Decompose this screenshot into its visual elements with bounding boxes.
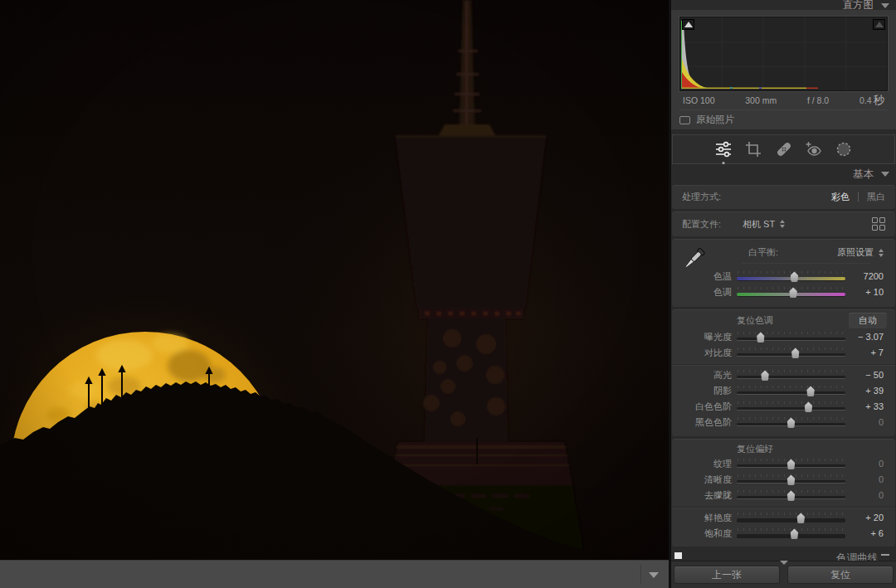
crop-icon[interactable] <box>743 138 764 160</box>
tint-slider-track[interactable] <box>737 286 845 298</box>
tool-strip <box>672 134 895 164</box>
histogram-section: ISO 100 300 mm f / 8.0 0.4秒 原始照片 <box>671 10 896 129</box>
slider-label: 清晰度 <box>679 474 732 486</box>
white-balance-block: 白平衡: 原照设置 色温 7200 色调 <box>672 239 895 307</box>
slider-label: 鲜艳度 <box>679 512 732 524</box>
reset-button[interactable]: 复位 <box>787 566 894 584</box>
toolbar-options-chevron-down-icon[interactable] <box>649 572 659 578</box>
slider-value[interactable]: + 7 <box>850 347 884 357</box>
basic-panel-header[interactable]: 基本 <box>671 164 896 185</box>
histogram-collapse-triangle-icon[interactable] <box>881 3 889 8</box>
wb-eyedropper-icon[interactable] <box>679 245 707 274</box>
slider-value[interactable]: − 3.07 <box>850 332 884 342</box>
histogram-title: 直方图 <box>843 0 874 10</box>
tone-curve-title: 色调曲线 <box>836 551 878 561</box>
basic-collapse-triangle-icon[interactable] <box>881 172 889 177</box>
slider-texture: 纹理 0 <box>672 456 895 472</box>
blacks-slider-track[interactable] <box>737 416 845 428</box>
aperture-value: f / 8.0 <box>807 95 829 105</box>
slider-value[interactable]: + 10 <box>850 287 884 297</box>
treatment-label: 处理方式: <box>682 191 721 203</box>
slider-exposure: 曝光度 − 3.07 <box>672 329 895 345</box>
previous-button[interactable]: 上一张 <box>674 566 780 584</box>
slider-value[interactable]: + 20 <box>850 513 884 522</box>
slider-label: 白色色阶 <box>679 401 732 413</box>
vibrance-slider-track[interactable] <box>737 512 845 523</box>
slider-value[interactable]: 0 <box>850 490 884 500</box>
adjust-sliders-icon[interactable] <box>713 138 734 160</box>
slider-shadows: 阴影 + 39 <box>672 383 895 399</box>
shadow-clipping-icon[interactable] <box>682 19 694 30</box>
whites-slider-track[interactable] <box>737 401 845 412</box>
slider-vibrance: 鲜艳度 + 20 <box>672 510 895 526</box>
slider-contrast: 对比度 + 7 <box>672 345 895 361</box>
tone-curve-panel-header[interactable]: 色调曲线 <box>671 549 896 561</box>
healing-brush-icon[interactable] <box>773 138 795 160</box>
lightroom-develop-window: 直方图 <box>0 0 896 588</box>
treatment-bw-option[interactable]: 黑白 <box>867 191 885 203</box>
iso-value: ISO 100 <box>683 95 715 105</box>
shutter-value: 0.4秒 <box>859 93 884 108</box>
basic-title: 基本 <box>853 168 874 182</box>
wb-value[interactable]: 原照设置 <box>837 246 874 259</box>
original-photo-row[interactable]: 原始照片 <box>679 109 888 129</box>
slider-value[interactable]: 0 <box>850 459 884 469</box>
shutter-unit: 秒 <box>874 94 885 106</box>
dehaze-slider-track[interactable] <box>737 489 845 501</box>
slider-label: 阴影 <box>679 385 732 397</box>
highlight-clipping-icon[interactable] <box>873 19 885 30</box>
focal-length-value: 300 mm <box>745 95 777 105</box>
original-photo-checkbox[interactable] <box>679 116 690 124</box>
tone-divider <box>672 364 895 365</box>
clarity-slider-track[interactable] <box>737 474 845 485</box>
presence-header: 复位偏好 <box>672 439 895 456</box>
main-area <box>0 0 669 588</box>
develop-right-panel: 直方图 <box>671 0 896 588</box>
treatment-divider <box>858 192 859 202</box>
original-photo-label: 原始照片 <box>696 114 734 126</box>
texture-slider-track[interactable] <box>737 458 845 469</box>
slider-value[interactable]: 0 <box>850 417 884 427</box>
treatment-color-option[interactable]: 彩色 <box>831 191 850 203</box>
slider-label: 曝光度 <box>679 331 732 343</box>
slider-value[interactable]: + 33 <box>850 401 884 411</box>
footer-collapse-caret-icon[interactable] <box>780 561 788 565</box>
wb-divider <box>742 263 870 264</box>
saturation-slider-track[interactable] <box>737 527 845 539</box>
slider-value[interactable]: − 50 <box>850 370 884 380</box>
slider-saturation: 饱和度 + 6 <box>672 526 895 542</box>
contrast-slider-track[interactable] <box>737 347 845 358</box>
view-toolbar <box>0 560 669 588</box>
slider-value[interactable]: 7200 <box>850 271 884 281</box>
slider-tint: 色调 + 10 <box>672 284 895 300</box>
shadows-slider-track[interactable] <box>737 385 845 396</box>
auto-button[interactable]: 自动 <box>849 313 887 328</box>
histogram-panel-header[interactable]: 直方图 <box>671 0 896 10</box>
slider-whites: 白色色阶 + 33 <box>672 399 895 415</box>
panel-switch-icon[interactable] <box>674 552 682 559</box>
slider-value[interactable]: + 6 <box>850 528 884 538</box>
slider-ticks <box>738 271 845 274</box>
tool-strip-row <box>671 129 896 164</box>
profile-browser-grid-icon[interactable] <box>872 217 885 231</box>
moonrise-photo <box>0 0 669 560</box>
slider-value[interactable]: 0 <box>850 474 884 484</box>
red-eye-icon[interactable] <box>803 138 825 160</box>
temp-slider-track[interactable] <box>737 270 845 282</box>
active-tool-dot <box>723 162 725 164</box>
wb-updown-icon[interactable] <box>879 249 884 257</box>
presence-block: 复位偏好 纹理 0 清晰度 0 去朦胧 <box>672 439 895 547</box>
slider-label: 饱和度 <box>679 527 732 540</box>
profile-updown-icon[interactable] <box>780 220 785 228</box>
profile-label: 配置文件: <box>682 218 721 231</box>
slider-value[interactable]: + 39 <box>850 386 884 396</box>
histogram-graph[interactable] <box>679 17 888 91</box>
reset-tone-button[interactable]: 复位色调 <box>737 314 773 327</box>
photo-canvas[interactable] <box>0 0 669 560</box>
reset-presence-button[interactable]: 复位偏好 <box>737 443 773 455</box>
tone-header: 复位色调 自动 <box>672 309 895 329</box>
exposure-slider-track[interactable] <box>737 331 845 343</box>
highlights-slider-track[interactable] <box>737 369 845 381</box>
masking-icon[interactable] <box>833 138 855 160</box>
profile-value[interactable]: 相机 ST <box>743 218 775 231</box>
